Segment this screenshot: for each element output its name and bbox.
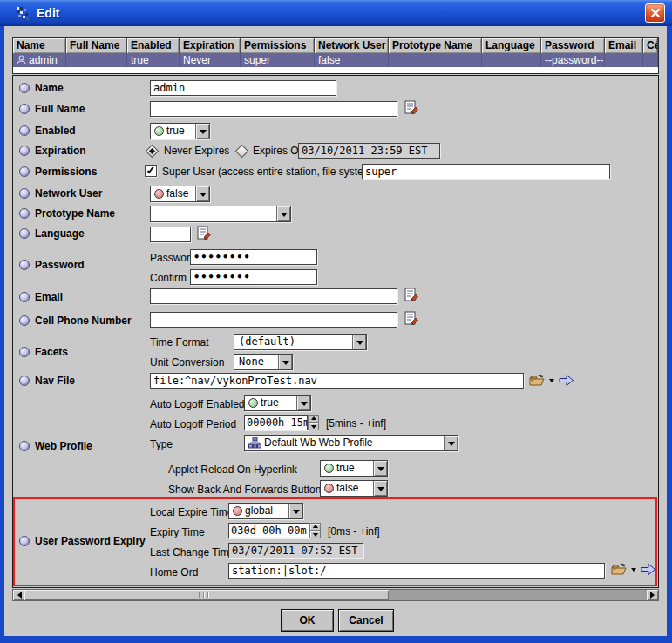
option-user-password-expiry[interactable] xyxy=(19,536,30,546)
chevron-down-icon[interactable] xyxy=(373,461,387,476)
unit-conversion-dropdown[interactable]: None xyxy=(234,354,293,370)
super-user-checkbox[interactable]: ✓ xyxy=(145,165,157,177)
text-editor-icon[interactable] xyxy=(197,226,212,245)
local-expire-dropdown[interactable]: global xyxy=(228,503,303,519)
row-cell-enabled[interactable]: true xyxy=(127,53,180,67)
chevron-down-icon[interactable] xyxy=(352,335,366,349)
row-cell-network-user[interactable]: false xyxy=(315,53,389,67)
row-cell-name[interactable]: admin xyxy=(13,53,66,67)
column-header-enabled[interactable]: Enabled xyxy=(127,38,180,53)
applet-reload-dropdown[interactable]: true xyxy=(320,460,388,477)
column-header-expiration[interactable]: Expiration xyxy=(180,38,241,53)
show-back-dropdown[interactable]: false xyxy=(320,480,388,497)
folder-menu-caret-icon[interactable] xyxy=(549,379,554,385)
option-email[interactable] xyxy=(19,292,30,302)
option-expiration[interactable] xyxy=(19,146,30,156)
full-name-field[interactable] xyxy=(150,101,397,117)
hyperlink-arrow-icon[interactable] xyxy=(559,374,574,390)
option-permissions[interactable] xyxy=(19,166,30,177)
text-editor-icon[interactable] xyxy=(404,100,419,119)
column-header-network-user[interactable]: Network User xyxy=(315,38,389,53)
chevron-down-icon[interactable] xyxy=(195,186,209,201)
expires-on-date-field[interactable]: 03/10/2011 23:59 EST xyxy=(298,143,440,159)
web-profile-grid-icon xyxy=(248,437,261,450)
row-cell-email[interactable] xyxy=(605,53,643,67)
option-full-name[interactable] xyxy=(19,104,30,114)
folder-open-icon[interactable] xyxy=(528,373,546,391)
name-field[interactable]: admin xyxy=(150,80,336,96)
expiration-label: Expiration xyxy=(35,145,86,157)
hyperlink-arrow-icon[interactable] xyxy=(641,563,656,579)
cell-phone-field[interactable] xyxy=(150,312,397,328)
ok-button[interactable]: OK xyxy=(281,609,334,632)
column-header-language[interactable]: Language xyxy=(482,38,541,53)
option-cell-phone[interactable] xyxy=(19,315,30,326)
chevron-down-icon[interactable] xyxy=(278,355,292,369)
scrollbar-thumb[interactable] xyxy=(24,590,389,600)
titlebar[interactable]: Edit xyxy=(0,0,672,26)
option-password[interactable] xyxy=(19,260,30,270)
text-editor-icon[interactable] xyxy=(404,311,419,330)
chevron-down-icon[interactable] xyxy=(444,436,458,450)
expiry-time-stepper[interactable] xyxy=(309,523,321,538)
last-change-field[interactable]: 03/07/2011 07:52 EST xyxy=(228,543,363,558)
table-row[interactable]: admin true Never super false --password-… xyxy=(13,53,658,67)
option-name[interactable] xyxy=(19,83,30,93)
permissions-field[interactable]: super xyxy=(362,164,610,179)
column-header-full-name[interactable]: Full Name xyxy=(66,38,127,53)
close-icon[interactable] xyxy=(645,3,665,23)
scroll-right-icon[interactable] xyxy=(647,590,658,600)
time-format-dropdown[interactable]: (default) xyxy=(234,334,367,350)
chevron-down-icon[interactable] xyxy=(296,396,310,410)
row-cell-prototype-name[interactable] xyxy=(389,53,482,67)
auto-logoff-enabled-dropdown[interactable]: true xyxy=(244,395,311,411)
column-header-password[interactable]: Password xyxy=(541,38,605,53)
prototype-name-dropdown[interactable] xyxy=(150,206,291,222)
row-cell-cell[interactable] xyxy=(643,53,658,67)
chevron-down-icon[interactable] xyxy=(276,206,290,221)
row-cell-language[interactable] xyxy=(482,53,541,67)
column-header-cell[interactable]: Cel xyxy=(643,38,658,53)
option-language[interactable] xyxy=(19,228,30,239)
option-prototype-name[interactable] xyxy=(19,208,30,219)
chevron-down-icon[interactable] xyxy=(288,504,302,518)
chevron-down-icon[interactable] xyxy=(373,481,387,496)
column-header-permissions[interactable]: Permissions xyxy=(241,38,315,53)
enabled-dropdown[interactable]: true xyxy=(150,123,210,139)
chevron-down-icon[interactable] xyxy=(195,124,209,139)
text-editor-icon[interactable] xyxy=(404,288,419,307)
page-title: Edit xyxy=(37,6,59,20)
row-cell-expiration[interactable]: Never xyxy=(180,53,241,67)
confirm-password-field[interactable]: •••••••• xyxy=(190,269,317,285)
option-network-user[interactable] xyxy=(19,188,30,199)
password-sublabel: Password xyxy=(150,252,196,264)
horizontal-scrollbar[interactable] xyxy=(12,589,659,601)
email-field[interactable] xyxy=(150,288,397,304)
row-cell-permissions[interactable]: super xyxy=(241,53,315,67)
auto-logoff-period-stepper[interactable] xyxy=(308,415,319,430)
home-ord-label: Home Ord xyxy=(150,566,198,579)
option-facets[interactable] xyxy=(19,347,30,357)
cancel-button[interactable]: Cancel xyxy=(338,609,394,632)
home-ord-field[interactable]: station:|slot:/ xyxy=(228,563,605,579)
column-header-email[interactable]: Email xyxy=(605,38,643,53)
language-field[interactable] xyxy=(150,227,191,242)
folder-menu-caret-icon[interactable] xyxy=(631,568,636,574)
scroll-left-icon[interactable] xyxy=(13,590,24,600)
option-enabled[interactable] xyxy=(19,125,30,136)
folder-open-icon[interactable] xyxy=(610,562,628,580)
password-field[interactable]: •••••••• xyxy=(190,249,317,265)
option-nav-file[interactable] xyxy=(19,376,30,386)
expiry-time-field[interactable]: 030d 00h 00m xyxy=(228,523,309,538)
auto-logoff-period-field[interactable]: 00000h 15m xyxy=(244,415,308,430)
email-label: Email xyxy=(35,291,63,303)
column-header-name[interactable]: Name xyxy=(13,38,66,53)
network-user-dropdown[interactable]: false xyxy=(150,186,210,202)
option-web-profile[interactable] xyxy=(19,441,30,451)
web-profile-type-dropdown[interactable]: Default Wb Web Profile xyxy=(244,435,458,451)
column-header-prototype-name[interactable]: Prototype Name xyxy=(389,38,482,53)
nav-file-field[interactable]: file:^nav/vykonProTest.nav xyxy=(150,373,524,389)
row-cell-full-name[interactable] xyxy=(66,53,127,67)
row-cell-password[interactable]: --password-- xyxy=(541,53,605,67)
expires-on-label: Expires On xyxy=(253,145,304,157)
